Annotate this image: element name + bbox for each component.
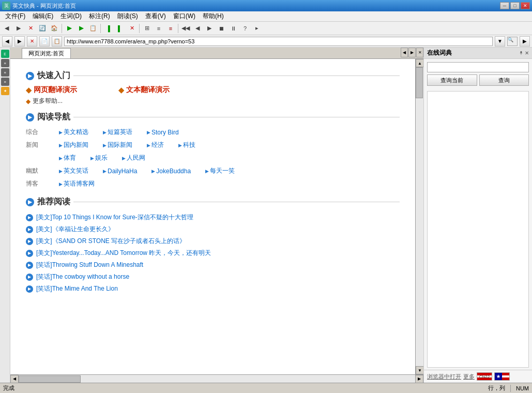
nav-link-storybird[interactable]: ▶ Story Bird bbox=[145, 128, 181, 137]
toolbar-btn4[interactable]: ▐ bbox=[102, 23, 114, 34]
sidebar-icon-5[interactable]: ★ bbox=[1, 87, 9, 95]
search-more-btn[interactable]: ▶ bbox=[520, 36, 530, 47]
nav-stop-btn[interactable]: ✕ bbox=[27, 36, 37, 47]
nav-link-sports[interactable]: ▶ 体育 bbox=[57, 153, 78, 163]
toolbar-refresh[interactable]: 🔄 bbox=[37, 23, 48, 34]
toolbar-btn6[interactable]: ✕ bbox=[126, 23, 138, 34]
toolbar-stop[interactable]: ✕ bbox=[25, 23, 36, 34]
tab-nav-right[interactable]: ▶ bbox=[408, 48, 416, 57]
tab-homepage[interactable]: 网页浏览:首页 bbox=[22, 48, 71, 58]
menu-help[interactable]: 帮助(H) bbox=[200, 11, 227, 21]
menu-vocab[interactable]: 生词(D) bbox=[57, 11, 85, 21]
article-link-6[interactable]: [笑话]The Mime And The Lion bbox=[36, 284, 118, 293]
nav-link-blog[interactable]: ▶ 英语博客网 bbox=[57, 178, 97, 189]
more-help-link[interactable]: ◆ 更多帮助... bbox=[26, 97, 400, 105]
panel-pin-btn[interactable]: 🖈 bbox=[519, 50, 524, 56]
h-scroll-thumb[interactable] bbox=[19, 375, 81, 383]
toolbar-btn2[interactable]: ▶ bbox=[75, 23, 87, 34]
nav-page-btn[interactable]: 📄 bbox=[39, 36, 50, 47]
h-scroll-left-btn[interactable]: ◀ bbox=[10, 375, 19, 383]
toolbar-btn13[interactable]: ⏹ bbox=[216, 23, 227, 34]
toolbar-btn8[interactable]: ≡ bbox=[153, 23, 164, 34]
address-input[interactable] bbox=[64, 37, 493, 46]
dict-content bbox=[427, 91, 529, 368]
toolbar-forward[interactable]: ▶ bbox=[13, 23, 24, 34]
toolbar-btn14[interactable]: ⏸ bbox=[227, 23, 239, 34]
scroll-thumb[interactable] bbox=[416, 67, 423, 98]
menu-file[interactable]: 文件(F) bbox=[2, 11, 28, 21]
dict-search-btn[interactable]: 查询 bbox=[479, 74, 529, 86]
dict-result-area2 bbox=[430, 110, 526, 118]
h-scroll-track[interactable] bbox=[19, 375, 415, 383]
scroll-down-btn[interactable]: ▼ bbox=[416, 366, 423, 374]
article-link-5[interactable]: [笑话]The cowboy without a horse bbox=[36, 273, 129, 281]
article-link-1[interactable]: [美文]《幸福让生命更长久》 bbox=[36, 225, 114, 234]
h-scroll-right-btn[interactable]: ▶ bbox=[415, 375, 423, 383]
content-scroll[interactable]: ▶ 快速入门 ◆ 网页翻译演示 ◆ bbox=[10, 59, 415, 374]
dict-input[interactable] bbox=[427, 62, 529, 72]
maximize-button[interactable]: □ bbox=[510, 2, 520, 9]
menu-read[interactable]: 朗读(S) bbox=[114, 11, 141, 21]
scroll-track[interactable] bbox=[416, 67, 423, 366]
dict-more-btn[interactable]: 更多 bbox=[463, 373, 475, 381]
toolbar-btn3[interactable]: 📋 bbox=[87, 23, 99, 34]
right-panel-header: 在线词典 🖈 ✕ bbox=[424, 48, 532, 59]
menu-edit[interactable]: 编辑(E) bbox=[29, 11, 56, 21]
right-panel-title: 在线词典 bbox=[427, 49, 452, 57]
menu-annotate[interactable]: 标注(R) bbox=[86, 11, 113, 21]
scroll-up-btn[interactable]: ▲ bbox=[416, 59, 423, 67]
article-link-3[interactable]: [美文]Yesterday...Today...AND Tomorrow 昨天，… bbox=[36, 249, 211, 258]
toolbar-help[interactable]: ? bbox=[239, 23, 251, 34]
article-list: ▶ [美文]Top 10 Things I Know for Sure-深信不疑… bbox=[26, 211, 400, 295]
toolbar-btn11[interactable]: ◀ bbox=[192, 23, 203, 34]
close-button[interactable]: ✕ bbox=[521, 2, 530, 9]
article-link-4[interactable]: [笑话]Throwing Stuff Down A Mineshaft bbox=[36, 261, 143, 269]
nav-back-btn[interactable]: ◀ bbox=[2, 36, 12, 47]
toolbar-btn10[interactable]: ◀◀ bbox=[180, 23, 191, 34]
nav-link-domestic[interactable]: ▶ 国内新闻 bbox=[57, 140, 90, 150]
nav-link-meiwenjingxuan[interactable]: ▶ 美文精选 bbox=[57, 127, 90, 138]
toolbar-btn12[interactable]: ▶ bbox=[204, 23, 215, 34]
toolbar-back[interactable]: ◀ bbox=[1, 23, 12, 34]
link-webpage-translate[interactable]: ◆ 网页翻译演示 bbox=[26, 85, 77, 95]
nav-link-tech[interactable]: ▶ 科技 bbox=[176, 140, 197, 150]
dict-open-browser-btn[interactable]: 浏览器中打开 bbox=[427, 373, 461, 381]
sidebar-icon-3[interactable]: ≡ bbox=[1, 68, 9, 77]
link-text-translate[interactable]: ◆ 文本翻译演示 bbox=[118, 85, 170, 95]
article-link-2[interactable]: [美文]《SAND OR STONE 写在沙子或者石头上的话》 bbox=[36, 237, 186, 246]
toolbar-more[interactable]: ▸ bbox=[251, 23, 263, 34]
menu-window[interactable]: 窗口(W) bbox=[170, 11, 199, 21]
dict-search-current-btn[interactable]: 查询当前 bbox=[427, 74, 477, 86]
nav-link-international[interactable]: ▶ 国际新闻 bbox=[101, 140, 134, 150]
nav-forward-btn[interactable]: ▶ bbox=[14, 36, 25, 47]
nav-link-duanpian[interactable]: ▶ 短篇英语 bbox=[101, 127, 134, 138]
nav-link-jokebuddha[interactable]: ▶ JokeBuddha bbox=[149, 167, 193, 176]
nav-link-dailyhaha[interactable]: ▶ DailyHaHa bbox=[101, 167, 139, 176]
panel-close-btn[interactable]: ✕ bbox=[525, 50, 529, 56]
search-icon[interactable]: 🔍 bbox=[507, 37, 518, 46]
toolbar-btn9[interactable]: ≡ bbox=[165, 23, 176, 34]
toolbar-home[interactable]: 🏠 bbox=[49, 23, 60, 34]
nav-link-everyday[interactable]: ▶ 每天一笑 bbox=[203, 165, 237, 176]
sidebar-icon-4[interactable]: ≡ bbox=[1, 78, 9, 86]
menu-view[interactable]: 查看(V) bbox=[142, 11, 169, 21]
nav-link-people[interactable]: ▶ 人民网 bbox=[120, 153, 147, 163]
sidebar-icon-2[interactable]: ≡ bbox=[1, 59, 9, 67]
toolbar-btn5[interactable]: ▌ bbox=[114, 23, 126, 34]
nav-page-btn2[interactable]: 📋 bbox=[52, 36, 62, 47]
tab-nav-left[interactable]: ◀ bbox=[401, 48, 408, 57]
nav-link-jokes[interactable]: ▶ 英文笑话 bbox=[57, 165, 90, 176]
nav-link-economy[interactable]: ▶ 经济 bbox=[145, 140, 166, 150]
article-link-0[interactable]: [美文]Top 10 Things I Know for Sure-深信不疑的十… bbox=[36, 213, 193, 222]
tab-bar: 网页浏览:首页 ◀ ▶ ✕ bbox=[10, 48, 423, 59]
toolbar-btn1[interactable]: ▶ bbox=[64, 23, 75, 34]
article-item-4: ▶ [笑话]Throwing Stuff Down A Mineshaft bbox=[26, 259, 400, 271]
address-go-btn[interactable]: ▼ bbox=[495, 36, 505, 47]
title-bar: 英 英文快典 - 网页浏览:首页 ─ □ ✕ bbox=[0, 0, 532, 11]
nav-link-entertainment[interactable]: ▶ 娱乐 bbox=[88, 153, 110, 163]
section3-line bbox=[73, 202, 400, 202]
tab-close-btn[interactable]: ✕ bbox=[416, 48, 423, 57]
minimize-button[interactable]: ─ bbox=[500, 2, 509, 9]
toolbar-btn7[interactable]: ⊞ bbox=[141, 23, 153, 34]
sidebar-icon-1[interactable]: E bbox=[1, 50, 9, 58]
